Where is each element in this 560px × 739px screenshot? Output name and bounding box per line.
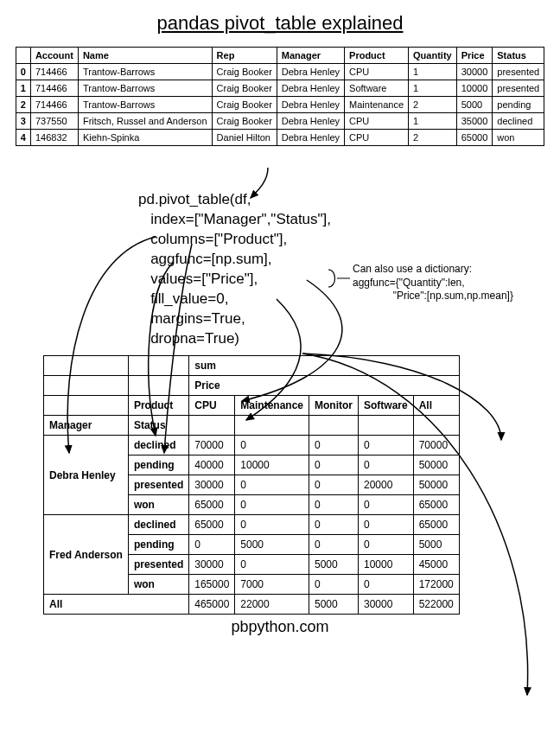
pivot-blank [44,356,129,376]
pivot-total-cell: 5000 [309,595,359,615]
pivot-value-cell: 0 [309,475,359,495]
pivot-value-cell: 0 [359,535,414,555]
pivot-value-cell: 30000 [189,555,235,575]
source-data-cell: Debra Henley [277,64,344,80]
pivot-value-cell: 65000 [413,495,459,515]
pivot-blank [44,396,129,416]
pivot-value-cell: 0 [235,515,309,535]
source-data-cell: CPU [345,113,409,130]
source-data-cell: 35000 [456,113,493,130]
pivot-value-cell: 30000 [189,475,235,495]
pivot-value-cell: 0 [359,456,414,475]
pivot-value-cell: 50000 [413,456,459,475]
source-data-cell: Craig Booker [212,80,277,97]
source-data-cell: presented [493,80,544,97]
pivot-value-cell: 70000 [413,436,459,456]
pivot-value-cell: 65000 [189,495,235,515]
pivot-status-cell: won [128,575,188,595]
pivot-value-cell: 0 [359,436,414,456]
pivot-value-cell: 10000 [359,555,414,575]
source-data-cell: Craig Booker [212,113,277,130]
pivot-product-header: Software [359,396,414,416]
pivot-total-cell: 465000 [189,595,235,615]
source-data-cell: 30000 [456,64,493,80]
pivot-result-table: sumPriceProductCPUMaintenanceMonitorSoft… [43,355,460,615]
source-data-cell: 2 [409,97,457,113]
code-line: aggfunc=[np.sum], [138,251,272,267]
source-header-cell: Product [345,48,409,64]
pivot-value-cell: 70000 [189,436,235,456]
code-line: values=["Price"], [138,271,258,287]
source-data-cell: Debra Henley [277,80,344,97]
source-data-cell: declined [493,113,544,130]
code-line: margins=True, [138,310,245,327]
pivot-status-cell: declined [128,436,188,456]
code-line: columns=["Product"], [138,231,287,247]
source-data-cell: Kiehn-Spinka [78,130,212,146]
source-index-cell: 3 [16,113,30,130]
code-line: pd.pivot_table(df, [138,191,251,207]
pivot-cell [235,416,309,436]
pivot-blank [128,356,188,376]
pivot-manager-label: Manager [44,416,129,436]
code-block: pd.pivot_table(df, index=["Manager","Sta… [138,170,551,348]
pivot-product-header: CPU [189,396,235,416]
code-line: dropna=True) [138,330,239,347]
source-index-cell: 2 [16,97,30,113]
source-data-cell: 10000 [456,80,493,97]
source-data-cell: 1 [409,80,457,97]
pivot-manager-cell: Fred Anderson [44,515,129,595]
source-header-cell: Account [30,48,78,64]
pivot-status-cell: pending [128,456,188,475]
source-data-cell: Craig Booker [212,64,277,80]
pivot-value-cell: 40000 [189,456,235,475]
pivot-value-cell: 5000 [235,535,309,555]
pivot-status-cell: presented [128,555,188,575]
pivot-value-cell: 0 [309,495,359,515]
pivot-value-cell: 5000 [309,555,359,575]
pivot-cell [359,416,414,436]
source-header-cell: Price [456,48,493,64]
source-data-cell: Trantow-Barrows [78,97,212,113]
source-data-cell: Debra Henley [277,130,344,146]
pivot-cell [309,416,359,436]
pivot-value-cell: 0 [309,515,359,535]
pivot-status-cell: pending [128,535,188,555]
pivot-product-header: Monitor [309,396,359,416]
source-data-cell: Craig Booker [212,97,277,113]
pivot-value-cell: 0 [189,535,235,555]
source-data-cell: 5000 [456,97,493,113]
pivot-cell [189,416,235,436]
pivot-cell [413,416,459,436]
source-data-cell: Daniel Hilton [212,130,277,146]
pivot-value-cell: 5000 [413,535,459,555]
pivot-value-cell: 0 [309,456,359,475]
pivot-values-header: Price [189,376,459,396]
source-header-cell: Rep [212,48,277,64]
source-data-cell: Maintenance [345,97,409,113]
pivot-product-header: All [413,396,459,416]
source-data-cell: 2 [409,130,457,146]
source-index-cell: 0 [16,64,30,80]
pivot-status-label: Status [128,416,188,436]
source-data-cell: 714466 [30,64,78,80]
pivot-product-header: Maintenance [235,396,309,416]
pivot-manager-cell: Debra Henley [44,436,129,515]
pivot-value-cell: 0 [235,495,309,515]
pivot-value-cell: 7000 [235,575,309,595]
pivot-value-cell: 0 [235,436,309,456]
pivot-total-cell: 22000 [235,595,309,615]
pivot-value-cell: 0 [309,575,359,595]
pivot-aggfunc-header: sum [189,356,459,376]
pivot-blank [44,376,129,396]
source-header-cell [16,48,30,64]
pivot-status-cell: won [128,495,188,515]
pivot-value-cell: 0 [359,515,414,535]
aggfunc-annotation: Can also use a dictionary: aggfunc={"Qua… [353,263,513,303]
pivot-value-cell: 0 [235,555,309,575]
pivot-product-label: Product [128,396,188,416]
pivot-value-cell: 0 [309,436,359,456]
pivot-value-cell: 165000 [189,575,235,595]
source-data-cell: won [493,130,544,146]
pivot-status-cell: declined [128,515,188,535]
